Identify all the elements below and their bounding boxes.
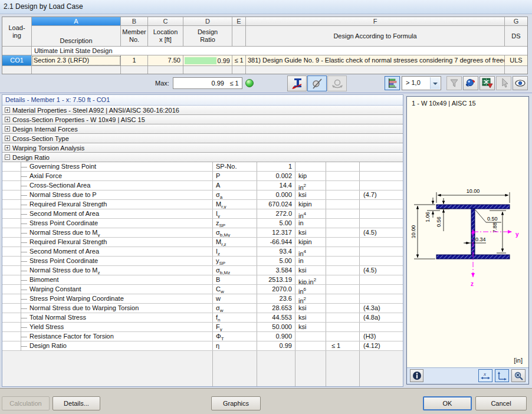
expand-toggle-icon[interactable]: + — [5, 126, 10, 132]
zoom-off-icon — [513, 371, 524, 380]
stress-diagram-button[interactable] — [287, 75, 307, 91]
expand-toggle-icon[interactable]: + — [5, 107, 10, 113]
cancel-button[interactable]: Cancel — [475, 396, 527, 410]
expand-toggle-icon[interactable]: + — [5, 117, 10, 122]
x-dimension-button[interactable]: x — [478, 369, 492, 382]
window-titlebar: 2.1 Design by Load Case — [0, 0, 532, 14]
details-data-row: Required Flexural Strength Mr,z -66.944 … — [2, 238, 403, 247]
loading-case-cell[interactable]: CO1 — [2, 55, 32, 66]
member-no-cell[interactable]: 1 — [121, 55, 148, 66]
column-letter-d[interactable]: D — [183, 17, 232, 26]
color-scale-button[interactable] — [463, 76, 478, 90]
row-value: 670.024 — [257, 200, 295, 209]
zoom-off-button[interactable] — [511, 369, 526, 382]
visibility-eye-icon — [514, 78, 526, 88]
axes-toggle-button[interactable] — [495, 369, 509, 382]
pointer-icon — [498, 78, 509, 88]
row-limit — [326, 323, 360, 331]
pointer-select-button[interactable] — [496, 76, 511, 90]
cross-section-toolbar: x — [407, 367, 528, 384]
column-letter-c[interactable]: C — [148, 17, 183, 26]
empty-cell — [148, 66, 183, 74]
axis-z-label: z — [471, 281, 474, 287]
graphics-button[interactable]: Graphics — [211, 396, 261, 410]
details-rows: Governing Stress Point SP-No. 1 Axial Fo… — [2, 162, 403, 351]
x-dimension-icon: x — [480, 371, 491, 380]
status-ok-icon — [245, 79, 254, 87]
ok-button[interactable]: OK — [423, 396, 472, 410]
max-value-field[interactable] — [173, 77, 227, 89]
chevron-down-icon[interactable] — [430, 77, 440, 89]
row-value: 50.000 — [257, 323, 295, 331]
color-scale-icon — [465, 78, 477, 88]
row-unit: kipin — [295, 238, 326, 247]
row-label: Resistance Factor for Torsion — [2, 332, 213, 341]
info-button[interactable] — [410, 369, 423, 382]
row-label: Axial Force — [2, 172, 213, 180]
column-header-description: Description — [32, 26, 121, 47]
expand-toggle-icon[interactable]: + — [5, 136, 10, 141]
row-label: Required Flexural Strength — [2, 238, 213, 247]
column-header-design-ratio: Design Ratio — [183, 26, 232, 47]
row-limit: ≤ 1 — [326, 341, 360, 350]
row-label: Warping Constant — [2, 285, 213, 294]
row-unit: in2 — [295, 294, 326, 303]
details-header: Details - Member 1 - x: 7.50 ft - CO1 — [2, 95, 403, 106]
row-value: 272.0 — [257, 209, 295, 218]
group-label: Cross-Section Type — [12, 135, 69, 142]
group-label: Material Properties - Steel A992 | ANSI/… — [12, 107, 179, 114]
ds-cell[interactable]: ULS — [505, 55, 527, 66]
details-data-row: Stress Point Coordinate ySP 5.00 in — [2, 257, 403, 266]
details-group-row[interactable]: + Cross-Section Properties - W 10x49 | A… — [2, 115, 403, 124]
column-letter-g[interactable]: G — [505, 17, 527, 26]
design-ratio-cell[interactable]: 0.99 — [183, 55, 232, 66]
row-symbol: Cw — [213, 285, 257, 294]
stress-points-button[interactable] — [307, 75, 327, 91]
column-letter-e[interactable]: E — [232, 17, 246, 26]
dim-inner-height: 7.88 — [492, 222, 498, 233]
row-ref: (4.8a) — [360, 313, 403, 322]
filter-icon — [449, 78, 459, 88]
result-diagram-filter-button[interactable] — [385, 76, 400, 90]
row-unit: ksi — [295, 190, 326, 199]
row-value: 28.653 — [257, 304, 295, 313]
smooth-results-button[interactable] — [327, 75, 347, 91]
row-unit: ksi — [295, 323, 326, 331]
excel-export-button[interactable] — [480, 76, 495, 90]
details-group-row[interactable]: − Design Ratio — [2, 153, 403, 162]
details-data-row: Resistance Factor for Torsion ΦT 0.900 (… — [2, 332, 403, 341]
row-ref — [360, 247, 403, 256]
formula-cell[interactable]: 381) Design Guide No. 9 - Elastic check … — [246, 55, 505, 66]
limit-cell[interactable]: ≤ 1 — [232, 55, 246, 66]
details-group-row[interactable]: + Warping Torsion Analysis — [2, 143, 403, 153]
expand-toggle-icon[interactable]: + — [5, 145, 10, 150]
row-ref — [360, 181, 403, 190]
column-letter-f[interactable]: F — [246, 17, 505, 26]
row-ref — [360, 162, 403, 171]
details-group-row[interactable]: + Material Properties - Steel A992 | ANS… — [2, 106, 403, 115]
expand-toggle-icon[interactable]: − — [5, 155, 10, 160]
design-ratio-bar — [185, 57, 216, 64]
column-letter-a[interactable]: A — [32, 17, 121, 26]
row-value: 0.99 — [257, 341, 295, 350]
row-value: 3.584 — [257, 266, 295, 275]
row-label: Governing Stress Point — [2, 162, 213, 171]
max-limit-box: ≤ 1 — [226, 77, 242, 89]
visibility-button[interactable] — [513, 76, 528, 90]
column-letter-b[interactable]: B — [121, 17, 148, 26]
description-cell[interactable]: Section 2.3 (LRFD) — [32, 55, 121, 66]
cross-section-title: 1 - W 10x49 | AISC 15 — [412, 100, 476, 107]
calculation-button[interactable]: Calculation — [2, 396, 50, 410]
ratio-threshold-select[interactable]: > 1,0 — [402, 76, 441, 90]
details-group-row[interactable]: + Cross-Section Type — [2, 134, 403, 143]
row-ref — [360, 285, 403, 294]
result-row-co1[interactable]: CO1 Section 2.3 (LRFD) 1 7.50 0.99 ≤ 1 3… — [2, 55, 527, 66]
toolbar-separator — [0, 93, 532, 93]
details-group-row[interactable]: + Design Internal Forces — [2, 124, 403, 134]
filter-button[interactable] — [446, 76, 462, 90]
location-cell[interactable]: 7.50 — [148, 55, 183, 66]
row-label: Design Ratio — [2, 341, 213, 350]
row-limit — [326, 181, 360, 190]
row-value: 14.4 — [257, 181, 295, 190]
details-button[interactable]: Details... — [52, 396, 100, 410]
